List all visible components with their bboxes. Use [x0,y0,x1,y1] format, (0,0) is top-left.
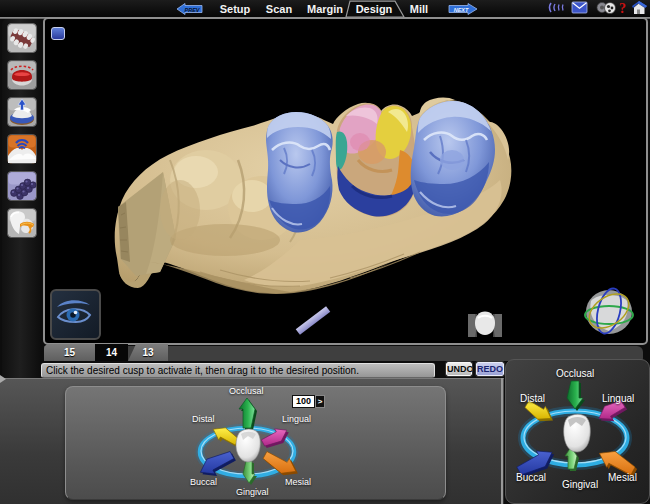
svg-text:Design: Design [356,3,393,15]
svg-text:PREV: PREV [185,7,201,13]
svg-text:?: ? [619,1,626,16]
svg-text:NEXT: NEXT [454,7,469,13]
